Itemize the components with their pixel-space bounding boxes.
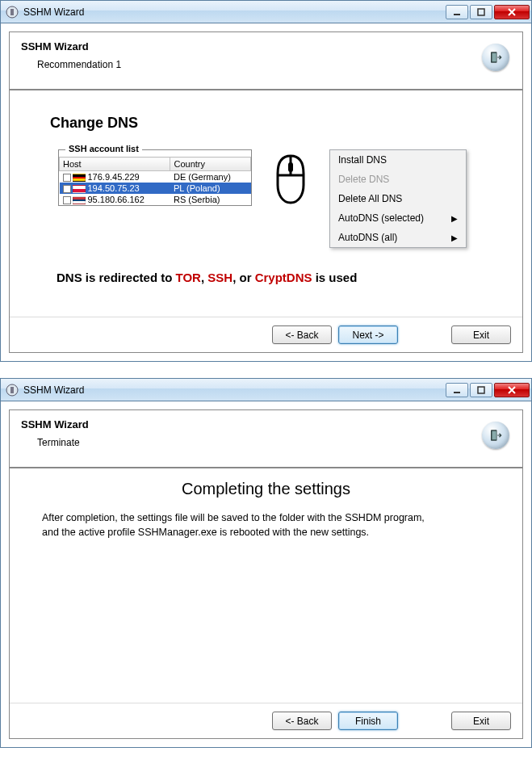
- row-checkbox[interactable]: [63, 196, 71, 204]
- wizard-page-body: Completing the settings After completion…: [10, 468, 522, 703]
- ssh-account-listview[interactable]: Host Country 176.9.45.229 DE (Germany): [59, 157, 251, 205]
- window-title: SSHM Wizard: [23, 6, 444, 18]
- svg-rect-1: [10, 9, 14, 15]
- svg-rect-2: [454, 14, 460, 15]
- table-row[interactable]: 95.180.66.162 RS (Serbia): [60, 194, 251, 205]
- wizard-header: SSHM Wizard Terminate: [10, 410, 522, 468]
- wizard-frame: SSHM Wizard Terminate Completing the set…: [9, 409, 523, 739]
- exit-button[interactable]: Exit: [451, 325, 511, 344]
- hl-cryptdns: CryptDNS: [255, 271, 312, 284]
- window-controls: [444, 383, 530, 397]
- row-checkbox[interactable]: [63, 174, 71, 182]
- menu-delete-dns: Delete DNS: [330, 170, 466, 189]
- mouse-icon: [273, 154, 308, 204]
- wizard-title: SSHM Wizard: [21, 40, 511, 52]
- table-row[interactable]: 194.50.75.23 PL (Poland): [60, 183, 251, 194]
- ssh-account-groupbox: SSH account list Host Country 176.9.4: [58, 149, 252, 206]
- svg-rect-5: [492, 53, 496, 62]
- window-body: SSHM Wizard Terminate Completing the set…: [1, 401, 531, 747]
- row-checkbox[interactable]: [63, 185, 71, 193]
- mouse-illustration: [252, 149, 329, 207]
- wizard-title: SSHM Wizard: [21, 418, 511, 430]
- hl-ssh: SSH: [207, 271, 232, 284]
- svg-rect-3: [478, 9, 484, 15]
- completing-text: After completion, the settings file will…: [26, 511, 506, 540]
- context-menu: Install DNS Delete DNS Delete All DNS Au…: [329, 149, 467, 248]
- door-exit-icon: [482, 44, 509, 71]
- wizard-window-1: SSHM Wizard SSHM Wizard Recommendation 1: [0, 0, 532, 362]
- close-button[interactable]: [494, 383, 530, 397]
- col-country[interactable]: Country: [174, 159, 205, 169]
- wizard-header: SSHM Wizard Recommendation 1: [10, 32, 522, 90]
- submenu-arrow-icon: ▶: [451, 214, 458, 223]
- cell-host: 194.50.75.23: [88, 183, 140, 193]
- finish-button[interactable]: Finish: [338, 712, 398, 730]
- cell-country: PL (Poland): [170, 183, 251, 194]
- flag-rs-icon: [73, 196, 86, 204]
- cell-host: 95.180.66.162: [88, 195, 145, 204]
- maximize-button[interactable]: [470, 5, 492, 19]
- wizard-subtitle: Terminate: [37, 437, 511, 448]
- window-title: SSHM Wizard: [23, 384, 444, 396]
- wizard-button-bar: <- Back Finish Exit: [10, 703, 522, 738]
- close-button[interactable]: [494, 5, 530, 19]
- cell-country: RS (Serbia): [170, 194, 251, 205]
- svg-rect-12: [478, 387, 484, 393]
- dns-redirect-statement: DNS is redirected to TOR, SSH, or CryptD…: [57, 271, 506, 284]
- back-button[interactable]: <- Back: [272, 712, 332, 730]
- svg-rect-8: [288, 162, 293, 172]
- window-controls: [444, 5, 530, 19]
- back-button[interactable]: <- Back: [272, 325, 332, 344]
- col-host[interactable]: Host: [63, 159, 82, 169]
- wizard-subtitle: Recommendation 1: [37, 59, 511, 70]
- app-icon: [6, 6, 19, 19]
- cell-country: DE (Germany): [170, 171, 251, 183]
- hl-tor: TOR: [176, 271, 201, 284]
- door-exit-icon: [482, 422, 509, 449]
- wizard-page-body: Change DNS SSH account list Host Country: [10, 90, 522, 317]
- maximize-button[interactable]: [470, 383, 492, 397]
- next-button[interactable]: Next ->: [338, 325, 398, 344]
- svg-rect-10: [10, 387, 14, 393]
- submenu-arrow-icon: ▶: [451, 233, 458, 242]
- table-row[interactable]: 176.9.45.229 DE (Germany): [60, 171, 251, 183]
- menu-install-dns[interactable]: Install DNS: [330, 150, 466, 170]
- wizard-button-bar: <- Back Next -> Exit: [10, 317, 522, 352]
- svg-rect-11: [454, 392, 460, 393]
- cell-host: 176.9.45.229: [88, 172, 140, 182]
- menu-delete-all-dns[interactable]: Delete All DNS: [330, 189, 466, 208]
- groupbox-legend: SSH account list: [65, 144, 142, 153]
- page-heading: Change DNS: [50, 115, 506, 132]
- minimize-button[interactable]: [446, 383, 468, 397]
- svg-rect-14: [492, 431, 496, 440]
- window-body: SSHM Wizard Recommendation 1 Change DNS …: [1, 23, 531, 361]
- titlebar[interactable]: SSHM Wizard: [1, 1, 531, 23]
- wizard-window-2: SSHM Wizard SSHM Wizard Terminate: [0, 378, 532, 748]
- menu-autodns-selected[interactable]: AutoDNS (selected)▶: [330, 208, 466, 228]
- app-icon: [6, 384, 19, 397]
- titlebar[interactable]: SSHM Wizard: [1, 379, 531, 401]
- flag-de-icon: [73, 174, 86, 182]
- minimize-button[interactable]: [446, 5, 468, 19]
- completing-title: Completing the settings: [26, 480, 506, 498]
- flag-pl-icon: [73, 185, 86, 193]
- wizard-frame: SSHM Wizard Recommendation 1 Change DNS …: [9, 31, 523, 353]
- menu-autodns-all[interactable]: AutoDNS (all)▶: [330, 228, 466, 247]
- exit-button[interactable]: Exit: [451, 712, 511, 730]
